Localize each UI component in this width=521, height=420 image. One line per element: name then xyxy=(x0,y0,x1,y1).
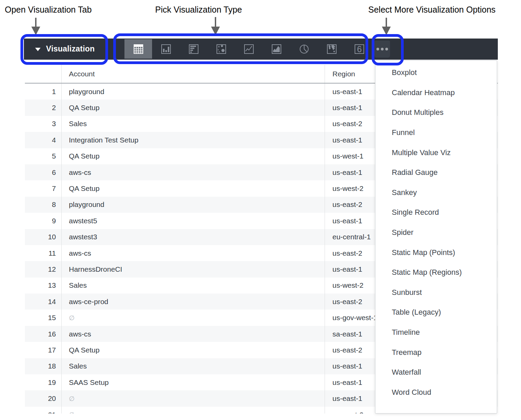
pie-chart-icon[interactable] xyxy=(290,39,318,59)
menu-item-sunburst[interactable]: Sunburst xyxy=(375,283,497,303)
row-number: 16 xyxy=(25,326,62,342)
visualization-tab[interactable]: Visualization xyxy=(24,39,109,60)
down-arrow-icon xyxy=(211,17,220,35)
row-number: 8 xyxy=(25,197,62,213)
row-number: 1 xyxy=(25,84,62,100)
column-header-account[interactable]: Account xyxy=(62,65,325,83)
more-visualizations-menu: BoxplotCalendar HeatmapDonut MultiplesFu… xyxy=(375,60,497,414)
cell-account[interactable]: playground xyxy=(62,84,325,100)
menu-item-spider[interactable]: Spider xyxy=(375,223,497,243)
row-number: 6 xyxy=(25,164,62,180)
row-number: 17 xyxy=(25,342,62,358)
row-number: 10 xyxy=(25,229,62,245)
row-number: 20 xyxy=(25,390,62,406)
row-number: 12 xyxy=(25,261,62,277)
menu-item-timeline[interactable]: Timeline xyxy=(375,322,497,343)
row-number: 3 xyxy=(25,116,62,132)
single-value-icon[interactable]: 6 xyxy=(345,39,373,59)
visualization-tab-label: Visualization xyxy=(46,44,95,54)
cell-account[interactable]: awstest5 xyxy=(62,213,325,229)
menu-item-boxplot[interactable]: Boxplot xyxy=(375,63,497,83)
row-number: 4 xyxy=(25,132,62,148)
cell-account[interactable]: aws-cs xyxy=(62,164,325,180)
cell-account[interactable]: ∅ xyxy=(62,310,325,326)
svg-text:6: 6 xyxy=(357,44,362,54)
menu-item-word-cloud[interactable]: Word Cloud xyxy=(375,382,497,403)
column-chart-icon[interactable] xyxy=(152,39,180,59)
cell-account[interactable]: playground xyxy=(62,197,325,213)
annotation-open-tab: Open Visualization Tab xyxy=(5,5,92,15)
caret-down-icon xyxy=(35,48,41,51)
down-arrow-icon xyxy=(31,18,40,35)
cell-account[interactable]: QA Setup xyxy=(62,100,325,116)
menu-item-single-record[interactable]: Single Record xyxy=(375,202,497,223)
cell-account[interactable]: ∅ xyxy=(62,390,325,406)
cell-account[interactable]: Sales xyxy=(62,278,325,294)
table-icon[interactable] xyxy=(124,39,152,59)
row-number: 7 xyxy=(25,180,62,196)
area-chart-icon[interactable] xyxy=(263,39,290,59)
cell-account[interactable]: QA Setup xyxy=(62,148,325,164)
menu-item-multiple-value-viz[interactable]: Multiple Value Viz xyxy=(375,142,497,163)
cell-account[interactable]: ∅ xyxy=(62,407,325,414)
cell-account[interactable]: Integration Test Setup xyxy=(62,132,325,148)
menu-item-waterfall[interactable]: Waterfall xyxy=(375,362,497,382)
cell-account[interactable]: Sales xyxy=(62,116,325,132)
cell-account[interactable]: awstest3 xyxy=(62,229,325,245)
row-number: 19 xyxy=(25,374,62,390)
row-number: 5 xyxy=(25,148,62,164)
menu-item-sankey[interactable]: Sankey xyxy=(375,183,497,203)
cell-account[interactable]: SAAS Setup xyxy=(62,374,325,390)
cell-account[interactable]: aws-cs xyxy=(62,326,325,342)
row-number: 2 xyxy=(25,100,62,116)
cell-account[interactable]: Sales xyxy=(62,358,325,374)
line-chart-icon[interactable] xyxy=(235,39,263,59)
menu-item-table-legacy[interactable]: Table (Legacy) xyxy=(375,302,497,322)
menu-item-donut-multiples[interactable]: Donut Multiples xyxy=(375,103,497,123)
annotation-pick-type: Pick Visualization Type xyxy=(155,5,242,15)
viz-type-picker: 6 xyxy=(124,39,373,60)
annotation-more-options: Select More Visualization Options xyxy=(368,5,495,15)
cell-account[interactable]: aws-cs xyxy=(62,245,325,261)
menu-item-funnel[interactable]: Funnel xyxy=(375,123,497,143)
row-number: 14 xyxy=(25,294,62,310)
ellipsis-icon xyxy=(376,48,379,50)
down-arrow-icon xyxy=(382,18,391,35)
world-map-icon[interactable] xyxy=(318,39,345,59)
menu-item-static-map-points[interactable]: Static Map (Points) xyxy=(375,242,497,262)
null-value-icon: ∅ xyxy=(69,314,75,322)
row-number-header xyxy=(25,65,62,83)
row-number: 21 xyxy=(25,407,62,414)
cell-account[interactable]: QA Setup xyxy=(62,180,325,196)
menu-item-treemap[interactable]: Treemap xyxy=(375,342,497,362)
menu-item-static-map-regions[interactable]: Static Map (Regions) xyxy=(375,262,497,283)
visualization-toolbar: Visualization 6 xyxy=(24,39,498,60)
row-number: 15 xyxy=(25,310,62,326)
cell-account[interactable]: aws-ce-prod xyxy=(62,294,325,310)
scatter-plot-icon[interactable] xyxy=(207,39,235,59)
row-number: 13 xyxy=(25,278,62,294)
more-visualizations-button[interactable] xyxy=(374,41,390,58)
row-number: 18 xyxy=(25,358,62,374)
menu-item-radial-gauge[interactable]: Radial Gauge xyxy=(375,163,497,183)
null-value-icon: ∅ xyxy=(69,395,75,403)
row-number: 11 xyxy=(25,245,62,261)
bar-chart-horizontal-icon[interactable] xyxy=(180,39,207,59)
row-number: 9 xyxy=(25,213,62,229)
menu-item-calendar-heatmap[interactable]: Calendar Heatmap xyxy=(375,83,497,103)
cell-account[interactable]: QA Setup xyxy=(62,342,325,358)
cell-account[interactable]: HarnessDroneCI xyxy=(62,261,325,277)
null-value-icon: ∅ xyxy=(69,411,75,414)
